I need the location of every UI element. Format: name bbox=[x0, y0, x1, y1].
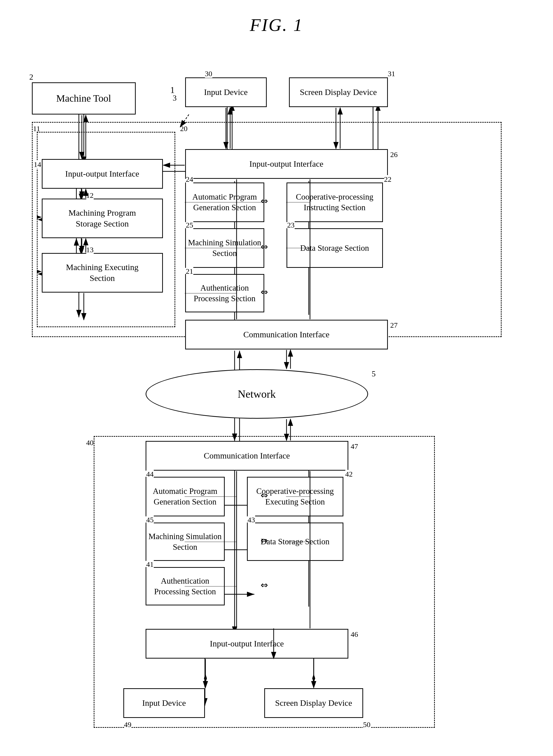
ref-20: 20 bbox=[180, 125, 188, 133]
ref-3: 3 bbox=[173, 93, 177, 103]
ref-21: 21 bbox=[186, 267, 193, 276]
machining-sim-bottom-box: Machining Simulation Section bbox=[146, 523, 225, 561]
auth-processing-top-box: Authentication Processing Section bbox=[185, 274, 264, 312]
io-interface-right-label: Input-output Interface bbox=[249, 158, 323, 169]
ref-50: 50 bbox=[363, 721, 371, 729]
network-box: Network bbox=[146, 369, 368, 419]
input-device-top-box: Input Device bbox=[185, 77, 267, 107]
machining-program-storage-label: Machining Program Storage Section bbox=[69, 208, 136, 229]
io-interface-left-box: Input-output Interface bbox=[42, 159, 163, 189]
screen-display-top-label: Screen Display Device bbox=[300, 87, 377, 98]
ref-41: 41 bbox=[146, 560, 154, 569]
io-interface-bottom-label: Input-output Interface bbox=[210, 638, 284, 649]
ref-5: 5 bbox=[372, 369, 376, 378]
auto-program-gen-top-box: Automatic Program Generation Section bbox=[185, 182, 264, 222]
figure-title: FIG. 1 bbox=[0, 0, 553, 35]
machine-tool-label: Machine Tool bbox=[56, 92, 111, 105]
input-device-bottom-box: Input Device bbox=[124, 688, 205, 718]
ref-12: 12 bbox=[86, 191, 94, 200]
auth-processing-bottom-box: Authentication Processing Section bbox=[146, 567, 225, 605]
cooperative-executing-label: Cooperative-processing Executing Section bbox=[256, 486, 334, 507]
ref-43: 43 bbox=[248, 516, 255, 524]
ref-46: 46 bbox=[351, 630, 358, 638]
machining-sim-bottom-label: Machining Simulation Section bbox=[148, 531, 222, 552]
ref-24: 24 bbox=[186, 175, 193, 183]
ref-49: 49 bbox=[124, 721, 132, 729]
ref-2: 2 bbox=[29, 72, 33, 82]
comm-interface-bottom-label: Communication Interface bbox=[204, 450, 290, 461]
auth-processing-top-label: Authentication Processing Section bbox=[193, 283, 255, 304]
screen-display-bottom-label: Screen Display Device bbox=[275, 698, 352, 708]
machining-sim-top-label: Machining Simulation Section bbox=[188, 237, 261, 259]
machining-program-storage-box: Machining Program Storage Section bbox=[42, 199, 163, 238]
auto-program-gen-top-label: Automatic Program Generation Section bbox=[192, 192, 257, 213]
machining-sim-top-box: Machining Simulation Section bbox=[185, 228, 264, 268]
ref-40: 40 bbox=[86, 439, 94, 447]
ref-42: 42 bbox=[345, 470, 353, 478]
io-interface-bottom-box: Input-output Interface bbox=[146, 629, 348, 659]
network-label: Network bbox=[238, 388, 276, 400]
auto-program-gen-bottom-label: Automatic Program Generation Section bbox=[153, 486, 217, 507]
comm-interface-top-label: Communication Interface bbox=[243, 329, 329, 340]
ref-44: 44 bbox=[146, 470, 154, 478]
input-device-top-label: Input Device bbox=[204, 87, 248, 98]
ref-26: 26 bbox=[390, 150, 398, 159]
cooperative-executing-box: Cooperative-processing Executing Section bbox=[247, 477, 343, 516]
machining-executing-box: Machining Executing Section bbox=[42, 253, 163, 293]
ref-22: 22 bbox=[384, 175, 392, 183]
io-interface-left-label: Input-output Interface bbox=[65, 168, 139, 179]
ref-45: 45 bbox=[146, 516, 154, 524]
ref-47: 47 bbox=[351, 442, 358, 451]
cooperative-instructing-box: Cooperative-processing Instructing Secti… bbox=[287, 182, 383, 222]
ref-31: 31 bbox=[388, 70, 395, 78]
screen-display-top-box: Screen Display Device bbox=[289, 77, 388, 107]
auth-processing-bottom-label: Authentication Processing Section bbox=[154, 576, 216, 597]
data-storage-top-box: Data Storage Section bbox=[287, 228, 383, 268]
ref-25: 25 bbox=[186, 221, 193, 229]
data-storage-bottom-label: Data Storage Section bbox=[260, 536, 329, 547]
ref-11: 11 bbox=[33, 125, 40, 133]
diagram-container: 1 2 3 Machine Tool 11 20 Input Device 30… bbox=[17, 50, 536, 756]
cooperative-instructing-label: Cooperative-processing Instructing Secti… bbox=[296, 192, 373, 213]
comm-interface-top-box: Communication Interface bbox=[185, 320, 388, 350]
ref-27: 27 bbox=[390, 321, 398, 329]
auto-program-gen-bottom-box: Automatic Program Generation Section bbox=[146, 477, 225, 516]
input-device-bottom-label: Input Device bbox=[142, 698, 186, 708]
data-storage-bottom-box: Data Storage Section bbox=[247, 523, 343, 561]
machine-tool-box: Machine Tool bbox=[32, 82, 136, 115]
ref-30: 30 bbox=[205, 70, 212, 78]
machining-executing-label: Machining Executing Section bbox=[66, 262, 139, 284]
screen-display-bottom-box: Screen Display Device bbox=[264, 688, 363, 718]
ref-14: 14 bbox=[34, 160, 41, 169]
data-storage-top-label: Data Storage Section bbox=[300, 243, 369, 253]
io-interface-right-box: Input-output Interface bbox=[185, 149, 388, 179]
ref-13: 13 bbox=[86, 245, 94, 254]
comm-interface-bottom-box: Communication Interface bbox=[146, 441, 348, 471]
ref-23: 23 bbox=[287, 221, 295, 229]
